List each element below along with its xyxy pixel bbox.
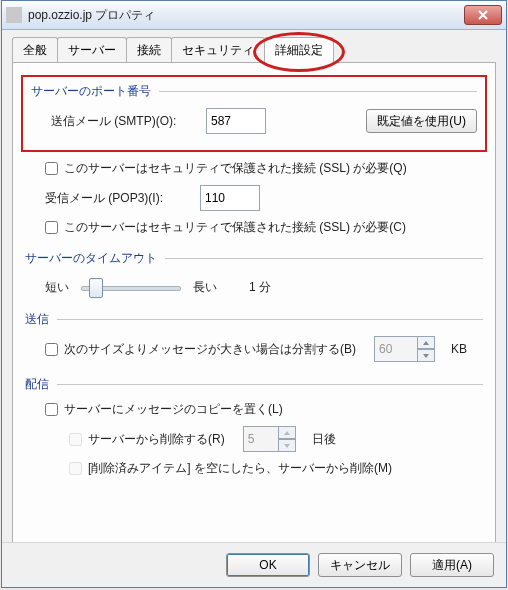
timeout-short-label: 短い [45,279,69,296]
close-button[interactable] [464,5,502,25]
leave-copy-row: サーバーにメッセージのコピーを置く(L) [25,401,483,418]
remove-after-label: サーバーから削除する(R) [88,431,225,448]
group-title: サーバーのタイムアウト [25,250,157,267]
split-row: 次のサイズよりメッセージが大きい場合は分割する(B) KB [25,336,483,362]
use-default-button[interactable]: 既定値を使用(U) [366,109,477,133]
divider [159,91,477,92]
remove-after-row: サーバーから削除する(R) 日後 [25,426,483,452]
split-label: 次のサイズよりメッセージが大きい場合は分割する(B) [64,341,356,358]
tab-pane-advanced: サーバーのポート番号 送信メール (SMTP)(O): 既定値を使用(U) この… [12,63,496,565]
tab-security[interactable]: セキュリティ [171,37,265,62]
days-spinner [278,426,296,452]
remove-after-checkbox [69,433,82,446]
split-unit: KB [451,342,467,356]
timeout-value: 1 分 [249,279,271,296]
group-timeout: サーバーのタイムアウト 短い 長い 1 分 [25,250,483,297]
window-title: pop.ozzio.jp プロパティ [28,7,155,24]
leave-copy-label: サーバーにメッセージのコピーを置く(L) [64,401,283,418]
pop-label: 受信メール (POP3)(I): [45,190,200,207]
spin-up [417,336,435,349]
spin-up [278,426,296,439]
group-title: サーバーのポート番号 [31,83,151,100]
smtp-port-input[interactable] [206,108,266,134]
timeout-long-label: 長い [193,279,217,296]
app-icon [6,7,22,23]
timeout-slider[interactable] [81,277,181,297]
spin-down [417,349,435,362]
spin-down [278,439,296,452]
dialog-footer: OK キャンセル 適用(A) [2,542,506,587]
apply-button[interactable]: 適用(A) [410,553,494,577]
pop-ssl-checkbox[interactable] [45,221,58,234]
split-spinner [417,336,435,362]
highlight-box: サーバーのポート番号 送信メール (SMTP)(O): 既定値を使用(U) [21,75,487,152]
pop-ssl-row: このサーバーはセキュリティで保護された接続 (SSL) が必要(C) [25,219,483,236]
divider [165,258,483,259]
group-title: 送信 [25,311,49,328]
divider [57,384,483,385]
leave-copy-checkbox[interactable] [45,403,58,416]
divider [57,319,483,320]
titlebar: pop.ozzio.jp プロパティ [2,1,506,30]
pop-ssl-label: このサーバーはセキュリティで保護された接続 (SSL) が必要(C) [64,219,406,236]
group-send: 送信 次のサイズよりメッセージが大きい場合は分割する(B) KB [25,311,483,362]
tab-connection[interactable]: 接続 [126,37,172,62]
empty-deleted-checkbox [69,462,82,475]
tab-bar: 全般 サーバー 接続 セキュリティ 詳細設定 [12,38,496,63]
tab-server[interactable]: サーバー [57,37,127,62]
close-icon [478,10,488,20]
group-delivery: 配信 サーバーにメッセージのコピーを置く(L) サーバーから削除する(R) [25,376,483,477]
tab-advanced[interactable]: 詳細設定 [264,37,334,63]
cancel-button[interactable]: キャンセル [318,553,402,577]
days-suffix: 日後 [312,431,336,448]
properties-dialog: pop.ozzio.jp プロパティ 全般 サーバー 接続 セキュリティ 詳細設… [1,0,507,588]
empty-deleted-label: [削除済みアイテム] を空にしたら、サーバーから削除(M) [88,460,392,477]
remove-after-days-input [243,426,279,452]
smtp-label: 送信メール (SMTP)(O): [51,113,206,130]
smtp-ssl-label: このサーバーはセキュリティで保護された接続 (SSL) が必要(Q) [64,160,407,177]
split-checkbox[interactable] [45,343,58,356]
ok-button[interactable]: OK [226,553,310,577]
tab-general[interactable]: 全般 [12,37,58,62]
smtp-ssl-row: このサーバーはセキュリティで保護された接続 (SSL) が必要(Q) [25,160,483,177]
split-size-input [374,336,418,362]
group-title: 配信 [25,376,49,393]
slider-thumb[interactable] [89,278,103,298]
empty-deleted-row: [削除済みアイテム] を空にしたら、サーバーから削除(M) [25,460,483,477]
group-ports: サーバーのポート番号 送信メール (SMTP)(O): 既定値を使用(U) この… [25,75,483,236]
smtp-ssl-checkbox[interactable] [45,162,58,175]
pop-port-input[interactable] [200,185,260,211]
